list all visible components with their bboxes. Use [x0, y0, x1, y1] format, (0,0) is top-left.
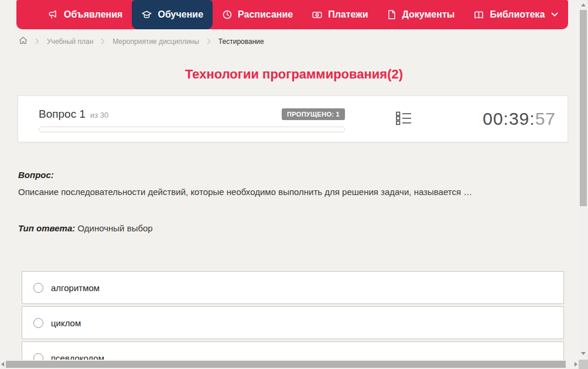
- banknote-icon: [312, 9, 323, 20]
- scroll-left-arrow[interactable]: [1, 362, 4, 367]
- option-label: алгоритмом: [51, 283, 100, 293]
- breadcrumb-separator-icon: [207, 38, 211, 45]
- breadcrumb-separator-icon: [35, 38, 39, 45]
- answer-option-cycle[interactable]: циклом: [22, 306, 564, 339]
- question-number: Вопрос 1: [39, 108, 86, 121]
- skipped-badge: ПРОПУЩЕНО: 1: [282, 108, 345, 120]
- top-navigation: Объявления Обучение Расписание: [16, 0, 568, 29]
- question-header-card: Вопрос 1 из 30 ПРОПУЩЕНО: 1 00:39:57: [18, 95, 568, 142]
- nav-item-label: Документы: [402, 9, 454, 20]
- scroll-right-arrow[interactable]: [575, 362, 577, 367]
- nav-item-documents[interactable]: Документы: [377, 0, 464, 29]
- clock-icon: [222, 9, 233, 20]
- breadcrumb-testing: Тестирование: [218, 37, 264, 46]
- nav-item-learning[interactable]: Обучение: [132, 0, 213, 29]
- answer-type-value: Одиночный выбор: [77, 223, 152, 233]
- nav-item-announcements[interactable]: Объявления: [39, 0, 132, 29]
- answer-options: алгоритмом циклом псевдокодом: [22, 271, 564, 369]
- question-list-icon: [396, 117, 412, 127]
- nav-item-label: Обучение: [158, 9, 203, 20]
- radio-button[interactable]: [33, 283, 43, 293]
- radio-button[interactable]: [33, 318, 43, 328]
- question-progress-block: Вопрос 1 из 30 ПРОПУЩЕНО: 1: [39, 108, 345, 132]
- graduation-cap-icon: [141, 9, 152, 20]
- question-label: Вопрос:: [18, 170, 563, 180]
- option-label: циклом: [51, 318, 81, 328]
- answer-type-label: Тип ответа:: [18, 223, 75, 233]
- breadcrumb-curriculum[interactable]: Учебный план: [47, 37, 93, 46]
- breadcrumb-separator-icon: [101, 38, 105, 45]
- nav-item-payments[interactable]: Платежи: [302, 0, 377, 29]
- scrollbar-corner: [579, 360, 588, 369]
- timer-minutes: 00:39:: [483, 109, 535, 128]
- nav-item-library[interactable]: Библиотека: [464, 0, 568, 29]
- page-title: Технологии программирования(2): [0, 67, 588, 82]
- nav-item-label: Платежи: [328, 9, 368, 20]
- question-body: Вопрос: Описание последовательности дейс…: [18, 170, 563, 233]
- scroll-up-arrow[interactable]: [581, 4, 586, 6]
- nav-item-label: Объявления: [64, 9, 122, 20]
- test-page: Объявления Обучение Расписание: [0, 0, 588, 369]
- nav-item-label: Расписание: [238, 9, 293, 20]
- document-icon: [387, 9, 396, 20]
- timer-seconds: 57: [535, 109, 556, 128]
- scroll-down-arrow[interactable]: [581, 352, 586, 355]
- timer: 00:39:57: [483, 109, 556, 129]
- breadcrumb-discipline-event[interactable]: Мероприятие дисциплины: [112, 37, 199, 46]
- open-book-icon: [473, 9, 484, 20]
- horizontal-scrollbar[interactable]: [0, 360, 579, 369]
- question-text: Описание последовательности действий, ко…: [18, 186, 563, 198]
- megaphone-icon: [48, 9, 59, 20]
- question-list-button[interactable]: [396, 111, 412, 128]
- vertical-scrollbar[interactable]: [579, 0, 588, 360]
- vertical-scrollbar-thumb[interactable]: [580, 10, 587, 206]
- question-total: из 30: [90, 111, 108, 119]
- nav-item-schedule[interactable]: Расписание: [213, 0, 302, 29]
- chevron-down-icon: [551, 12, 558, 17]
- horizontal-scrollbar-thumb[interactable]: [6, 361, 566, 368]
- answer-option-algorithm[interactable]: алгоритмом: [22, 271, 564, 304]
- breadcrumb: Учебный план Мероприятие дисциплины Тест…: [19, 36, 264, 46]
- answer-type-row: Тип ответа: Одиночный выбор: [18, 223, 563, 233]
- home-icon[interactable]: [19, 36, 28, 46]
- progress-bar: [39, 127, 345, 132]
- nav-item-label: Библиотека: [490, 9, 545, 20]
